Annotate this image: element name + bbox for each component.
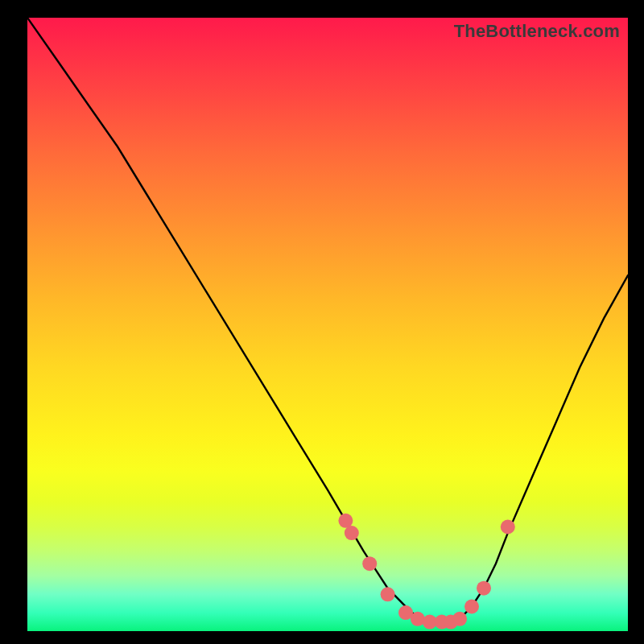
chart-plot-area: TheBottleneck.com [27,18,628,631]
highlight-dot [477,581,491,596]
bottleneck-curve-svg [27,18,628,631]
highlight-dot [362,556,377,571]
highlight-dot [464,600,479,614]
highlight-dot [452,612,467,626]
highlight-dot [381,587,395,601]
highlight-dot [501,520,515,535]
highlight-dots-group [338,514,514,630]
bottleneck-curve-path [27,18,628,622]
highlight-dot [338,514,353,528]
highlight-dot [345,526,359,540]
